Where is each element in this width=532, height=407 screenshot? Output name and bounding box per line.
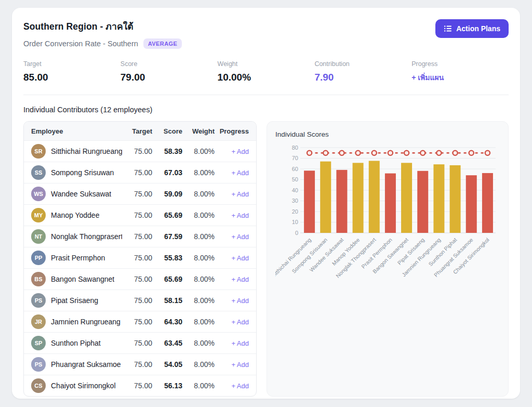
add-progress-link[interactable]: + Add: [231, 169, 249, 177]
target-cell: 75.00: [122, 275, 152, 283]
score-cell: 64.30: [152, 318, 182, 326]
score-bar: [320, 162, 331, 233]
weight-cell: 8.00%: [182, 339, 215, 347]
employee-name: Manop Yoddee: [51, 211, 99, 219]
header-left: Southern Region - ภาคใต้ Order Conversio…: [23, 19, 182, 49]
target-marker: [420, 151, 425, 155]
weight-cell: 8.00%: [182, 275, 215, 283]
table-row: MYManop Yoddee75.0065.698.00%+ Add: [24, 204, 256, 226]
score-cell: 67.03: [152, 168, 182, 177]
employee-name: Wandee Suksawat: [51, 190, 111, 198]
add-progress-link[interactable]: + Add: [231, 318, 249, 326]
average-badge: AVERAGE: [143, 38, 182, 49]
weight-cell: 8.00%: [182, 168, 215, 177]
add-progress-link[interactable]: + Add: [231, 361, 249, 369]
add-progress-link[interactable]: + Add: [231, 382, 249, 390]
table-row: SSSompong Srisuwan75.0067.038.00%+ Add: [24, 162, 256, 183]
action-plans-button[interactable]: Action Plans: [435, 19, 509, 38]
employee-name: Jamnien Rungrueang: [51, 318, 121, 326]
stats-row: Target 85.00 Score 79.00 Weight 10.00% C…: [23, 60, 509, 83]
target-cell: 75.00: [122, 254, 152, 262]
avatar: SR: [31, 144, 46, 159]
employee-name: Sitthichai Rungrueang: [51, 147, 122, 155]
col-target: Target: [122, 127, 152, 135]
individual-scores-chart: 01020304050607080Sitthichai RungrueangSo…: [275, 141, 500, 298]
svg-text:20: 20: [292, 208, 298, 215]
add-plan-link[interactable]: + เพิ่มแผน: [411, 72, 509, 83]
stat-target: Target 85.00: [23, 60, 121, 83]
add-progress-link[interactable]: + Add: [231, 297, 249, 305]
stat-score: Score 79.00: [121, 60, 218, 83]
section-title: Individual Contributors (12 employees): [23, 106, 509, 114]
employee-name: Pipat Srisaeng: [51, 296, 98, 305]
add-progress-link[interactable]: + Add: [231, 190, 249, 198]
stat-value: 85.00: [23, 72, 121, 83]
target-cell: 75.00: [122, 147, 152, 155]
score-bar: [466, 175, 477, 233]
action-plans-label: Action Plans: [456, 24, 500, 33]
add-progress-link[interactable]: + Add: [231, 275, 249, 283]
avatar: JR: [31, 314, 46, 329]
add-progress-link[interactable]: + Add: [231, 254, 249, 262]
stat-label: Target: [23, 60, 121, 68]
employee-name: Chaiyot Sirimongkol: [51, 382, 116, 390]
table-row: CSChaiyot Sirimongkol75.0056.138.00%+ Ad…: [24, 375, 256, 396]
stat-label: Score: [121, 60, 218, 68]
weight-cell: 8.00%: [182, 147, 215, 155]
metric-subtitle: Order Conversion Rate - Southern: [23, 40, 138, 48]
weight-cell: 8.00%: [182, 190, 215, 198]
score-bar: [369, 161, 380, 233]
add-progress-link[interactable]: + Add: [231, 339, 249, 347]
table-header-row: Employee Target Score Weight Progress: [24, 122, 256, 140]
score-bar: [336, 170, 347, 233]
score-cell: 58.15: [152, 296, 182, 305]
stat-contribution: Contribution 7.90: [314, 60, 411, 83]
score-bar: [385, 174, 396, 233]
score-bar: [482, 173, 493, 233]
add-progress-link[interactable]: + Add: [231, 212, 249, 219]
table-row: JRJamnien Rungrueang75.0064.308.00%+ Add: [24, 311, 256, 332]
score-cell: 55.83: [152, 254, 182, 262]
svg-text:30: 30: [292, 198, 298, 204]
score-cell: 63.45: [152, 339, 182, 347]
avatar: NT: [31, 229, 46, 244]
target-cell: 75.00: [122, 211, 152, 219]
svg-text:50: 50: [292, 176, 298, 182]
target-marker: [388, 151, 393, 155]
target-marker: [436, 151, 441, 155]
list-icon: [444, 24, 452, 33]
avatar: CS: [31, 378, 46, 393]
score-bar: [417, 171, 428, 233]
svg-text:60: 60: [292, 166, 298, 172]
avatar: SS: [31, 165, 46, 180]
score-cell: 56.13: [152, 382, 182, 390]
score-cell: 67.59: [152, 232, 182, 241]
stat-label: Contribution: [314, 60, 411, 68]
employee-name: Sunthon Piphat: [51, 339, 101, 347]
table-row: SRSitthichai Rungrueang75.0058.398.00%+ …: [24, 140, 256, 162]
add-progress-link[interactable]: + Add: [231, 148, 249, 155]
svg-text:40: 40: [292, 187, 298, 193]
avatar: PS: [31, 293, 46, 308]
stat-value: 10.00%: [218, 72, 315, 83]
employee-name: Nonglak Thongprasert: [51, 232, 122, 241]
target-marker: [404, 151, 409, 155]
score-bar: [433, 164, 444, 233]
col-progress: Progress: [215, 127, 249, 135]
chart-title: Individual Scores: [275, 130, 500, 138]
avatar: MY: [31, 208, 46, 222]
stat-label: Weight: [218, 60, 315, 68]
employee-name: Bangon Sawangnet: [51, 275, 114, 283]
target-marker: [339, 151, 344, 155]
target-cell: 75.00: [122, 360, 152, 369]
target-cell: 75.00: [122, 339, 152, 347]
target-cell: 75.00: [122, 296, 152, 305]
weight-cell: 8.00%: [182, 254, 215, 262]
individual-scores-panel: Individual Scores 01020304050607080Sitth…: [267, 121, 509, 397]
score-bar: [353, 163, 364, 233]
add-progress-link[interactable]: + Add: [231, 233, 249, 241]
target-marker: [372, 151, 377, 155]
employee-name: Phuangrat Suksamoe: [51, 360, 121, 369]
target-marker: [307, 151, 312, 155]
svg-text:10: 10: [292, 219, 298, 225]
